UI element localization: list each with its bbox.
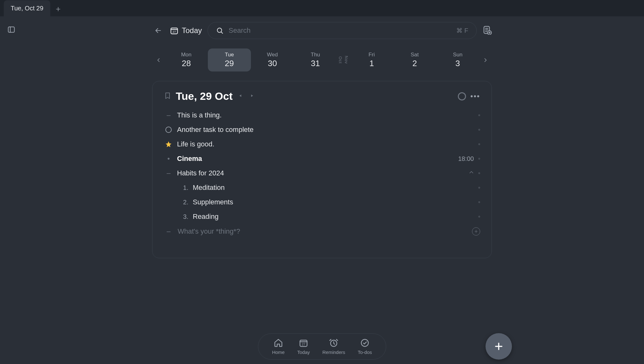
entry-text: Meditation xyxy=(193,184,478,192)
new-tab-button[interactable] xyxy=(52,3,64,15)
event-time: 18:00 xyxy=(458,155,474,162)
dock-todos[interactable]: To-dos xyxy=(358,338,372,355)
new-entry-row[interactable] xyxy=(153,224,491,239)
drag-handle[interactable] xyxy=(478,114,480,116)
dock-label: Reminders xyxy=(322,350,345,355)
today-button[interactable]: 27 Today xyxy=(170,26,202,35)
day-card: Tue, 29 Oct ••• This is a thing. Another… xyxy=(152,81,492,258)
entry-text: Habits for 2024 xyxy=(177,169,468,177)
sidebar-toggle[interactable] xyxy=(7,25,16,34)
home-icon xyxy=(274,338,283,348)
list-index: 1. xyxy=(179,184,188,191)
star-icon xyxy=(164,141,173,148)
day-wed[interactable]: Wed30 xyxy=(251,48,294,71)
drag-handle[interactable] xyxy=(478,201,480,203)
drag-handle[interactable] xyxy=(478,129,480,131)
week-prev-button[interactable] xyxy=(152,51,165,70)
day-fri[interactable]: Fri1 xyxy=(350,48,393,71)
search-icon xyxy=(216,27,224,34)
search-shortcut: ⌘ F xyxy=(456,27,468,34)
dash-marker-icon xyxy=(164,227,173,236)
list-index: 2. xyxy=(179,199,188,206)
calendar-icon: 27 xyxy=(299,338,308,348)
more-menu-button[interactable]: ••• xyxy=(470,92,480,101)
task-checkbox[interactable] xyxy=(164,127,173,133)
calendar-today-icon: 27 xyxy=(170,26,179,35)
entry-note[interactable]: This is a thing. xyxy=(153,108,491,122)
entry-group[interactable]: Habits for 2024 xyxy=(153,166,491,180)
plus-icon xyxy=(474,229,478,234)
dock-home[interactable]: Home xyxy=(272,338,285,355)
note-plus-icon xyxy=(482,25,492,35)
entry-text: Another task to complete xyxy=(177,126,478,134)
fab-add-button[interactable] xyxy=(486,333,512,360)
svg-text:27: 27 xyxy=(302,343,306,346)
entry-text: Cinema xyxy=(177,155,458,163)
drag-handle[interactable] xyxy=(478,216,480,218)
new-note-button[interactable] xyxy=(482,25,492,36)
drag-handle[interactable] xyxy=(478,143,480,145)
habit-item[interactable]: 3. Reading xyxy=(153,209,491,224)
list-index: 3. xyxy=(179,213,188,220)
drag-handle[interactable] xyxy=(478,187,480,189)
month-separator: Oct Nov xyxy=(337,56,350,64)
week-next-button[interactable] xyxy=(479,51,492,70)
entry-text: Reading xyxy=(193,213,478,221)
dock-reminders[interactable]: Reminders xyxy=(322,338,345,355)
tab-strip: Tue, Oct 29 xyxy=(0,0,644,16)
entry-task[interactable]: Another task to complete xyxy=(153,122,491,137)
day-mon[interactable]: Mon28 xyxy=(165,48,208,71)
drag-handle[interactable] xyxy=(478,172,480,174)
back-button[interactable] xyxy=(152,25,164,37)
search-field[interactable]: ⌘ F xyxy=(208,22,477,39)
title-prev-button[interactable] xyxy=(237,92,244,100)
day-sat[interactable]: Sat2 xyxy=(393,48,436,71)
check-circle-icon xyxy=(360,338,369,348)
card-header: Tue, 29 Oct ••• xyxy=(153,90,491,102)
event-dot-icon xyxy=(164,155,173,163)
tab-active[interactable]: Tue, Oct 29 xyxy=(4,0,50,16)
search-input[interactable] xyxy=(228,26,452,35)
entry-text: Supplements xyxy=(193,198,478,206)
month-right: Nov xyxy=(344,56,349,64)
entry-text: Life is good. xyxy=(177,140,478,148)
month-left: Oct xyxy=(338,56,343,64)
svg-rect-0 xyxy=(8,27,14,32)
svg-point-9 xyxy=(361,339,369,347)
day-tue[interactable]: Tue29 xyxy=(208,48,251,71)
bookmark-icon[interactable] xyxy=(164,92,171,101)
dock-label: Home xyxy=(272,350,285,355)
collapse-toggle[interactable] xyxy=(468,169,475,177)
sidebar-icon xyxy=(7,26,15,34)
entry-text: This is a thing. xyxy=(177,111,478,119)
add-entry-button[interactable] xyxy=(472,227,480,236)
entry-event[interactable]: Cinema 18:00 xyxy=(153,151,491,166)
day-thu[interactable]: Thu31 xyxy=(294,48,337,71)
habit-item[interactable]: 2. Supplements xyxy=(153,195,491,209)
bottom-dock: Home 27 Today Reminders To-dos xyxy=(258,333,386,360)
title-next-button[interactable] xyxy=(248,92,255,100)
dock-label: Today xyxy=(297,350,310,355)
alarm-icon xyxy=(329,338,339,348)
new-entry-input[interactable] xyxy=(177,227,472,236)
drag-handle[interactable] xyxy=(478,158,480,160)
habit-item[interactable]: 1. Meditation xyxy=(153,180,491,195)
page-title: Tue, 29 Oct xyxy=(176,90,233,102)
plus-icon xyxy=(493,341,504,352)
svg-text:27: 27 xyxy=(173,30,176,33)
dock-label: To-dos xyxy=(358,350,372,355)
day-sun[interactable]: Sun3 xyxy=(436,48,479,71)
day-status-circle[interactable] xyxy=(458,92,466,100)
svg-point-3 xyxy=(217,28,222,32)
date-cells: Mon28 Tue29 Wed30 Thu31 Oct Nov Fri1 Sat… xyxy=(165,48,479,71)
date-strip: Mon28 Tue29 Wed30 Thu31 Oct Nov Fri1 Sat… xyxy=(152,48,492,71)
dock-today[interactable]: 27 Today xyxy=(297,338,310,355)
entry-highlight[interactable]: Life is good. xyxy=(153,137,491,151)
triangle-right-icon xyxy=(250,94,254,98)
top-toolbar: 27 Today ⌘ F xyxy=(152,22,492,39)
tab-label: Tue, Oct 29 xyxy=(11,5,43,12)
today-label: Today xyxy=(182,26,202,35)
workspace: 27 Today ⌘ F Mon28 Tue29 Wed30 Thu31 xyxy=(0,16,644,364)
arrow-left-icon xyxy=(154,26,162,35)
chevron-up-icon xyxy=(468,169,475,175)
